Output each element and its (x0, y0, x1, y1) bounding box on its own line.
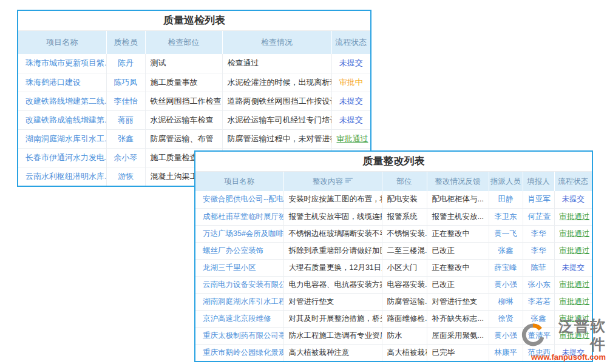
col-header-content-sortable[interactable]: 整改内容 (283, 172, 382, 191)
inspector-link[interactable]: 李佳怡 (106, 92, 145, 110)
table-row: 湖南洞庭湖水库引水工程施工标对管进行垫支防腐管运输...对管进行垫支柳琳李若若审… (195, 293, 592, 310)
content-cell: 对管进行垫支 (283, 293, 382, 310)
status-badge[interactable]: 未提交 (554, 259, 592, 276)
reporter-link[interactable]: 张小东 (523, 276, 554, 293)
col-header-inspector: 质检员 (106, 31, 145, 54)
project-link[interactable]: 改建铁路线增建第二线... (18, 92, 106, 110)
table-row: 云南电力设备安装有限公司20...电力电容器、电抗器安装方案,...电容器安装.… (195, 276, 592, 293)
project-link[interactable]: 云南水利枢纽潜明水库... (18, 167, 106, 186)
status-badge[interactable]: 审批中 (331, 73, 370, 92)
reporter-link[interactable]: 陈菲 (523, 259, 554, 276)
table-row: 龙湖三千里小区大理石质量更换，12月31日之...小区大门正在整改中薛宝峰陈菲未… (195, 259, 592, 276)
project-link[interactable]: 安徽合肥供电公司--配电设备... (195, 191, 283, 208)
project-link[interactable]: 重庆市鹅岭公园绿化景观提升... (195, 344, 283, 361)
project-link[interactable]: 成都杜甫草堂临时展厅独立展... (195, 208, 283, 225)
project-link[interactable]: 龙湖三千里小区 (195, 259, 283, 276)
col-header-project: 项目名称 (18, 31, 106, 54)
content-cell: 大理石质量更换，12月31日之... (283, 259, 382, 276)
status-badge[interactable]: 审批通过 (331, 129, 370, 148)
situation-cell: 防腐管运输过程中，未对管进行... (222, 129, 331, 148)
project-link[interactable]: 重庆太极制药有限公司亳州中... (195, 327, 283, 344)
table-row: 成都杜甫草堂临时展厅独立展...报警主机安放牢固，线缆连接...报警系统报警主机… (195, 208, 592, 225)
project-link[interactable]: 长春市伊通河水力发电... (18, 148, 106, 167)
feedback-cell: 正在整改中 (427, 259, 489, 276)
feedback-cell: 已完毕 (427, 344, 489, 361)
project-link[interactable]: 万达广场35#会所及咖啡厅空... (195, 225, 283, 242)
project-link[interactable]: 湖南洞庭湖水库引水工... (18, 129, 106, 148)
inspector-link[interactable]: 张鑫 (106, 129, 145, 148)
feedback-cell: 已改正 (427, 242, 489, 259)
assignee-link[interactable]: 柳琳 (489, 293, 523, 310)
content-cell: 防水工程施工选调有专业资质... (283, 327, 382, 344)
inspector-link[interactable]: 蒋丽 (106, 110, 145, 129)
assignee-link[interactable]: 薛宝峰 (489, 259, 523, 276)
sort-icon[interactable] (345, 178, 353, 184)
part-cell: 高大植被栽种 (382, 344, 427, 361)
part-cell: 防腐管运输... (382, 293, 427, 310)
reporter-link[interactable]: 李华 (523, 225, 554, 242)
part-cell: 二至三楼混... (382, 242, 427, 259)
table-row: 螺丝厂办公室装饰拆除到承重墙部分请做好加固...二至三楼混...已改正张鑫李华审… (195, 242, 592, 259)
inspection-list-title: 质量巡检列表 (18, 11, 370, 31)
part-cell: 路面维修检... (382, 310, 427, 327)
assignee-link[interactable]: 徐贤 (489, 310, 523, 327)
col-header-content-label: 整改内容 (313, 177, 343, 186)
feedback-cell: 对管进行垫支 (427, 293, 489, 310)
assignee-link[interactable]: 张鑫 (489, 242, 523, 259)
part-cell: 防腐管运输、布管 (145, 129, 222, 148)
table-row: 安徽合肥供电公司--配电设备...安装时应按施工图的布置，将...配电安装配电柜… (195, 191, 592, 208)
feedback-cell: 正在整改中 (427, 225, 489, 242)
status-badge[interactable]: 未提交 (331, 54, 370, 73)
content-cell: 安装时应按施工图的布置，将... (283, 191, 382, 208)
project-link[interactable]: 改建铁路成渝线增建第... (18, 110, 106, 129)
inspector-link[interactable]: 余小琴 (106, 148, 145, 167)
reporter-link[interactable]: 何芷萱 (523, 208, 554, 225)
assignee-link[interactable]: 田静 (489, 191, 523, 208)
assignee-link[interactable]: 黄一飞 (489, 225, 523, 242)
reporter-link[interactable]: 李若若 (523, 293, 554, 310)
situation-cell: 检查通过 (222, 54, 331, 73)
assignee-link[interactable]: 李卫东 (489, 208, 523, 225)
situation-cell: 道路两侧铁丝网围挡工作按设计... (222, 92, 331, 110)
situation-cell: 水泥砼灌注的时候，出现离析现象 (222, 73, 331, 92)
project-link[interactable]: 螺丝厂办公室装饰 (195, 242, 283, 259)
feedback-cell: 已改正 (427, 276, 489, 293)
part-cell: 不锈钢安装... (382, 225, 427, 242)
table-row: 改建铁路线增建第二线...李佳怡铁丝网围挡工作检查道路两侧铁丝网围挡工作按设计.… (18, 92, 370, 110)
table-row: 珠海鹤港口建设陈巧凤施工质量事故水泥砼灌注的时候，出现离析现象审批中 (18, 73, 370, 92)
status-badge[interactable]: 审批通过 (554, 293, 592, 310)
status-badge[interactable]: 审批通过 (554, 242, 592, 259)
part-cell: 配电安装 (382, 191, 427, 208)
assignee-link[interactable]: 黄小强 (489, 276, 523, 293)
rectify-header-row: 项目名称 整改内容 部位 整改情况反馈 指派人员 填报人 流程状态 (195, 172, 592, 191)
inspection-header-row: 项目名称 质检员 检查部位 检查情况 流程状态 (18, 31, 370, 54)
status-badge[interactable]: 审批通过 (554, 208, 592, 225)
feedback-cell: 屋面采用聚氨... (427, 327, 489, 344)
reporter-link[interactable]: 李华 (523, 242, 554, 259)
status-badge[interactable]: 审批通过 (554, 225, 592, 242)
part-cell: 测试 (145, 54, 222, 73)
content-cell: 拆除到承重墙部分请做好加固... (283, 242, 382, 259)
assignee-link[interactable]: 林康平 (489, 344, 523, 361)
reporter-link[interactable]: 肖亚军 (523, 191, 554, 208)
fanpu-logo-icon (521, 323, 544, 346)
inspector-link[interactable]: 陈巧凤 (106, 73, 145, 92)
project-link[interactable]: 珠海鹤港口建设 (18, 73, 106, 92)
status-badge[interactable]: 未提交 (331, 92, 370, 110)
project-link[interactable]: 湖南洞庭湖水库引水工程施工标 (195, 293, 283, 310)
assignee-link[interactable]: 黄小强 (489, 327, 523, 344)
part-cell: 防水 (382, 327, 427, 344)
project-link[interactable]: 珠海市城市更新项目紫... (18, 54, 106, 73)
project-link[interactable]: 京沪高速北京段维修 (195, 310, 283, 327)
content-cell: 电力电容器、电抗器安装方案,... (283, 276, 382, 293)
content-cell: 报警主机安放牢固，线缆连接... (283, 208, 382, 225)
status-badge[interactable]: 未提交 (554, 191, 592, 208)
rectify-list-title: 质量整改列表 (195, 152, 592, 172)
project-link[interactable]: 云南电力设备安装有限公司20... (195, 276, 283, 293)
inspector-link[interactable]: 游恢 (106, 167, 145, 186)
table-row: 珠海市城市更新项目紫...陈丹测试检查通过未提交 (18, 54, 370, 73)
status-badge[interactable]: 未提交 (331, 110, 370, 129)
col-header-project: 项目名称 (195, 172, 283, 191)
inspector-link[interactable]: 陈丹 (106, 54, 145, 73)
status-badge[interactable]: 审批通过 (554, 276, 592, 293)
